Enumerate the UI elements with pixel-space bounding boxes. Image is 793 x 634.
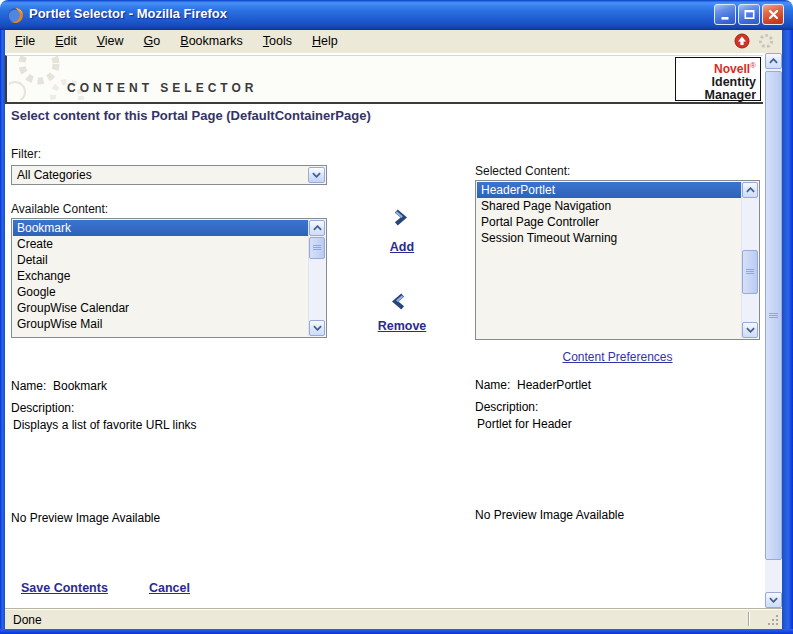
- scrollbar-thumb[interactable]: [765, 71, 782, 560]
- scroll-down-button[interactable]: [765, 592, 782, 608]
- remove-button[interactable]: Remove: [357, 319, 447, 333]
- novell-logo: Novell® Identity Manager: [675, 57, 761, 101]
- menu-bar: File Edit View Go Bookmarks Tools Help: [5, 30, 782, 54]
- status-separator: [748, 612, 750, 626]
- page-content: CONTENT SELECTOR Novell® Identity Manage…: [5, 53, 765, 608]
- chevron-down-icon: [313, 325, 322, 331]
- window-border-bottom: [0, 629, 793, 634]
- name-row: Name: Bookmark: [11, 379, 107, 393]
- close-button[interactable]: [762, 4, 784, 25]
- page-title: Select content for this Portal Page (Def…: [11, 108, 371, 123]
- firefox-window: Portlet Selector - Mozilla Firefox File …: [0, 0, 793, 634]
- list-item[interactable]: Bookmark: [13, 220, 308, 236]
- throbber-icon: [758, 33, 774, 49]
- add-button[interactable]: Add: [357, 240, 447, 254]
- content-preferences-link[interactable]: Content Preferences: [562, 350, 672, 364]
- page-scrollbar[interactable]: [765, 53, 782, 608]
- content-selector-header: CONTENT SELECTOR Novell® Identity Manage…: [5, 55, 763, 104]
- available-content-label: Available Content:: [11, 202, 108, 216]
- list-item[interactable]: HeaderPortlet: [477, 182, 741, 198]
- status-text: Done: [13, 613, 42, 627]
- update-notification-icon[interactable]: [734, 33, 750, 49]
- scrollbar-thumb[interactable]: [309, 237, 325, 259]
- list-item[interactable]: Detail: [13, 252, 308, 268]
- description-value: Displays a list of favorite URL links: [13, 418, 197, 432]
- chevron-down-icon: [746, 327, 755, 333]
- scroll-down-button[interactable]: [742, 322, 758, 338]
- chevron-down-icon: [769, 597, 778, 603]
- selected-content-list: HeaderPortlet Shared Page Navigation Por…: [475, 180, 760, 340]
- description-value: Portlet for Header: [477, 417, 572, 431]
- no-preview-text: No Preview Image Available: [475, 508, 624, 522]
- status-bar: Done: [5, 608, 782, 629]
- close-icon: [767, 8, 780, 21]
- minimize-button[interactable]: [714, 4, 736, 25]
- name-value: Bookmark: [53, 379, 107, 393]
- list-item[interactable]: Session Timeout Warning: [477, 230, 741, 246]
- resize-grip[interactable]: [767, 614, 780, 627]
- menu-file[interactable]: File: [5, 30, 45, 53]
- maximize-button[interactable]: [738, 4, 760, 25]
- menu-tools[interactable]: Tools: [253, 30, 302, 53]
- list-item[interactable]: Portal Page Controller: [477, 214, 741, 230]
- window-title: Portlet Selector - Mozilla Firefox: [29, 6, 227, 21]
- list-item[interactable]: GroupWise Calendar: [13, 300, 308, 316]
- maximize-icon: [743, 8, 756, 21]
- filter-label: Filter:: [11, 147, 41, 161]
- description-label: Description:: [475, 400, 538, 414]
- scrollbar-thumb[interactable]: [742, 250, 758, 294]
- chevron-up-icon: [313, 225, 322, 231]
- scroll-up-button[interactable]: [309, 220, 325, 236]
- cancel-link[interactable]: Cancel: [149, 581, 190, 595]
- list-scrollbar[interactable]: [308, 220, 325, 336]
- chevron-up-icon: [769, 58, 778, 64]
- name-value: HeaderPortlet: [517, 378, 591, 392]
- selected-content-label: Selected Content:: [475, 164, 570, 178]
- section-title: CONTENT SELECTOR: [67, 81, 257, 95]
- filter-dropdown[interactable]: All Categories: [11, 165, 327, 185]
- menu-view[interactable]: View: [87, 30, 134, 53]
- scroll-up-button[interactable]: [765, 53, 782, 69]
- firefox-icon: [7, 7, 24, 24]
- list-item[interactable]: Google: [13, 284, 308, 300]
- filter-value: All Categories: [17, 168, 92, 182]
- description-label: Description:: [11, 401, 74, 415]
- window-border-right: [782, 30, 793, 634]
- add-chevron-icon[interactable]: [391, 209, 408, 226]
- list-item[interactable]: Create: [13, 236, 308, 252]
- list-scrollbar[interactable]: [741, 182, 758, 338]
- scroll-down-button[interactable]: [309, 320, 325, 336]
- available-content-list: Bookmark Create Detail Exchange Google G…: [11, 218, 327, 338]
- menu-help[interactable]: Help: [302, 30, 348, 53]
- menu-bookmarks[interactable]: Bookmarks: [170, 30, 253, 53]
- list-item[interactable]: GroupWise Mail: [13, 316, 308, 332]
- list-item[interactable]: Exchange: [13, 268, 308, 284]
- minimize-icon: [719, 8, 732, 21]
- title-bar[interactable]: Portlet Selector - Mozilla Firefox: [0, 0, 793, 30]
- dropdown-button[interactable]: [308, 167, 325, 183]
- name-row: Name: HeaderPortlet: [475, 378, 591, 392]
- chevron-up-icon: [746, 187, 755, 193]
- content-preferences-container: Content Preferences: [475, 350, 760, 364]
- menu-go[interactable]: Go: [134, 30, 171, 53]
- remove-chevron-icon[interactable]: [391, 293, 408, 310]
- scroll-up-button[interactable]: [742, 182, 758, 198]
- list-item[interactable]: Shared Page Navigation: [477, 198, 741, 214]
- save-contents-link[interactable]: Save Contents: [21, 581, 108, 595]
- menu-edit[interactable]: Edit: [45, 30, 87, 53]
- no-preview-text: No Preview Image Available: [11, 511, 160, 525]
- chevron-down-icon: [312, 172, 321, 178]
